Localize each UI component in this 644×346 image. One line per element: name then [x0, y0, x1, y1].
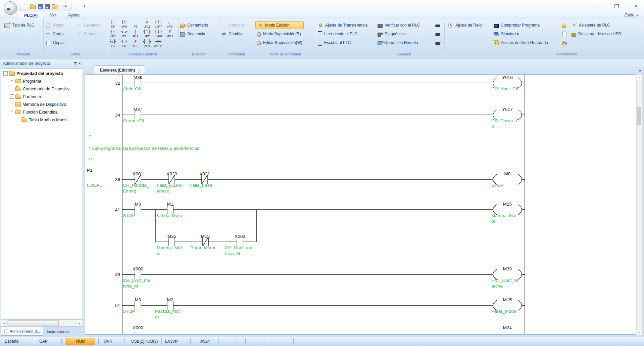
ladder-symbol-F11[interactable]: │F11: [130, 30, 141, 40]
ladder-symbol-cF8[interactable]: ┤↓├cF8: [141, 40, 153, 49]
pegar-button[interactable]: Pegar: [43, 21, 74, 30]
ladder-symbol-cF11[interactable]: ✗cF11: [141, 20, 153, 30]
cambiar-button[interactable]: Cambiar: [219, 30, 247, 38]
open-file-icon[interactable]: [30, 5, 36, 9]
ladder-symbol-caF8[interactable]: ┤↓├caF8: [153, 30, 164, 40]
chip-tool-button-3[interactable]: [433, 38, 443, 47]
expand-icon[interactable]: +: [10, 79, 14, 83]
ladder-symbol-sF9[interactable]: ┌─sF9: [164, 20, 176, 30]
ladder-symbol-cF9[interactable]: ✗cF9: [130, 40, 141, 49]
ladder-symbol-caF7[interactable]: ┤↑├caF7: [153, 20, 164, 30]
modo-edicion-button[interactable]: Modo Edición: [255, 21, 304, 29]
tree-item[interactable]: Tabla Modbus Maest: [1, 116, 83, 124]
sidebar-hscrollbar[interactable]: ◄ ►: [1, 320, 83, 327]
restore-button[interactable]: [613, 3, 620, 9]
tab-ayuda[interactable]: Ayuda: [62, 12, 86, 19]
scrollbar-thumb[interactable]: [8, 320, 59, 326]
redo-icon[interactable]: [62, 4, 68, 9]
chip-tool-button-1[interactable]: [433, 21, 443, 30]
leer-desde-plc-button[interactable]: Leer desde el PLC: [316, 30, 376, 38]
tab-plc[interactable]: PLC(P): [18, 12, 44, 19]
ajuste-transferencia-button[interactable]: Ajuste de Transferencia: [316, 21, 376, 30]
diagnostico-button[interactable]: Diagnóstico: [376, 30, 433, 38]
ladder-symbol-sF6[interactable]: ┤/├sF6: [118, 20, 130, 30]
scroll-up-icon[interactable]: ▲: [637, 75, 642, 80]
ajuste-de-reloj-button[interactable]: Ajuste de Reloj: [446, 21, 485, 30]
asistente-de-plc-button[interactable]: Asistente de PLC: [569, 21, 623, 30]
ladder-symbol-sF7[interactable]: ┤↑├sF7: [141, 30, 153, 40]
device-comment: STOP: [123, 213, 135, 218]
ladder-editor-canvas[interactable]: /* * Sub-programa para procesos de falla…: [85, 74, 636, 335]
scroll-left-icon[interactable]: ◄: [1, 320, 8, 327]
ladder-symbol-caF11[interactable]: ─/─caF11: [153, 40, 164, 49]
scroll-right-icon[interactable]: ►: [76, 320, 83, 327]
pin-icon[interactable]: [73, 62, 77, 66]
lock-tool-button[interactable]: [559, 21, 569, 30]
sidebar-tab-instrucciones[interactable]: Instrucciones: [44, 327, 72, 336]
descarga-disco-usb-button[interactable]: Descarga de disco USB: [569, 30, 623, 38]
minimize-button[interactable]: [594, 3, 600, 9]
scroll-down-icon[interactable]: ▼: [637, 329, 642, 335]
close-icon[interactable]: [77, 61, 82, 66]
divider: [34, 338, 34, 345]
copiar-button[interactable]: Copiar: [43, 38, 74, 47]
ladder-symbol-F9[interactable]: ──F9: [130, 20, 141, 30]
ajustes-auto-guardado-button[interactable]: Ajustes de Auto-Guardado: [492, 38, 559, 47]
tree-item[interactable]: −Propiedad del proyecto: [1, 70, 83, 77]
copy-icon: [46, 41, 50, 45]
device-comment: LOCAL: [87, 183, 102, 188]
chip-tool-button-2[interactable]: [433, 30, 443, 38]
editar-supervision-button[interactable]: Editar Supervisión(W): [255, 38, 304, 47]
expand-icon[interactable]: +: [10, 94, 14, 99]
style-menu[interactable]: Estilo▼: [625, 13, 639, 17]
tree-item[interactable]: Memoria de Dispositivo: [1, 100, 83, 108]
close-tab-icon[interactable]: ×: [138, 68, 141, 73]
ladder-symbol-F6[interactable]: ┤/├F6: [107, 40, 118, 49]
operacion-remota-button[interactable]: Operación Remota: [376, 38, 433, 47]
ladder-symbol-F8[interactable]: { }F8: [118, 40, 130, 49]
sentencia-button[interactable]: Sentencia: [178, 30, 210, 38]
tree-item[interactable]: +Parámetro: [1, 93, 83, 100]
usb-download-icon: [572, 33, 576, 37]
device-address: M25: [167, 234, 176, 239]
sidebar-tab-administrador[interactable]: Administrador d...: [1, 327, 43, 336]
comentario-button[interactable]: Comentario: [178, 21, 210, 30]
expand-icon[interactable]: +: [10, 87, 14, 91]
save-as-icon[interactable]: [45, 4, 50, 9]
tipo-de-plc-button[interactable]: Tipo de PLC: [2, 21, 36, 30]
close-button[interactable]: ×: [633, 3, 639, 9]
verificar-con-plc-button[interactable]: Verificar con el PLC: [376, 21, 433, 30]
comprobar-programa-button[interactable]: Comprobar Programa: [492, 21, 559, 30]
deshacer-button[interactable]: Deshacer: [74, 21, 103, 30]
editor-vscrollbar[interactable]: ▲ ▼: [636, 74, 643, 335]
simulador-button[interactable]: Simulador: [492, 30, 559, 38]
status-0-524: 0/524: [200, 339, 210, 344]
tab-ver[interactable]: Ver: [44, 12, 62, 19]
collapse-icon[interactable]: −: [10, 110, 14, 114]
cortar-button[interactable]: Cortar: [43, 30, 74, 38]
collapse-icon[interactable]: −: [3, 71, 8, 76]
export-file-button[interactable]: [559, 30, 569, 38]
customize-qat-icon[interactable]: ▾: [84, 4, 86, 8]
close-project-icon[interactable]: [52, 5, 57, 9]
ladder-symbol-sF11[interactable]: ✗sF11: [164, 30, 176, 40]
save-icon[interactable]: [38, 4, 43, 9]
tab-list-icon[interactable]: ▼: [638, 69, 642, 73]
rehacer-button[interactable]: Rehacer: [74, 30, 103, 38]
ladder-symbol-sF5[interactable]: ┤├sF5: [107, 30, 118, 40]
tree-item[interactable]: +Programa: [1, 77, 83, 85]
escribir-al-plc-button[interactable]: Escribir al PLC: [316, 38, 376, 47]
tree-item[interactable]: −Función Extendida: [1, 108, 83, 116]
document-tab-escalera[interactable]: Escalera (Edición)×: [94, 66, 145, 74]
chevron-down-icon: ▼: [636, 14, 639, 17]
ladder-symbol-F5[interactable]: ┤├F5: [107, 20, 118, 30]
password-lock-button[interactable]: [559, 38, 569, 47]
scrollbar-thumb[interactable]: [637, 107, 641, 125]
group-proyecto: Tipo de PLC Proyecto: [2, 19, 44, 51]
tree-item[interactable]: +Comentario de Dispositiv: [1, 85, 83, 93]
new-file-icon[interactable]: [23, 4, 27, 9]
compilar-button[interactable]: Compilar: [219, 21, 247, 30]
app-logo-icon[interactable]: [4, 1, 17, 15]
ladder-symbol-F7[interactable]: < >F7: [118, 30, 130, 40]
modo-supervision-button[interactable]: Modo Supervisión(R): [255, 30, 304, 38]
